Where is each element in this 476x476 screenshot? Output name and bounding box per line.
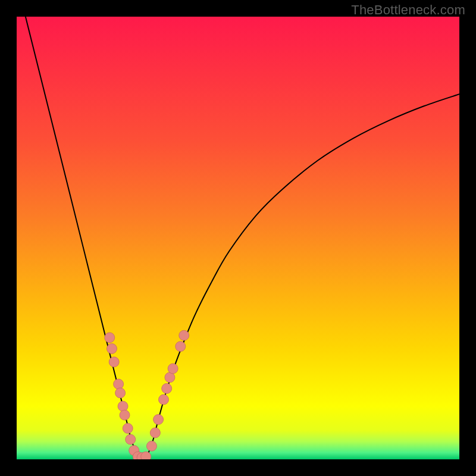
data-marker [118,401,128,411]
data-marker [141,452,151,459]
data-marker [105,333,115,343]
data-marker [179,330,189,340]
data-marker [114,379,124,389]
data-marker [159,394,169,405]
data-marker [150,428,160,438]
plot-svg [17,17,459,459]
data-marker [115,388,126,398]
data-marker [120,410,130,420]
data-marker [154,415,164,425]
watermark-text: TheBottleneck.com [351,2,465,18]
data-marker [176,342,186,352]
data-marker [146,441,156,451]
data-marker [168,364,178,374]
data-marker [126,434,136,444]
data-marker [123,423,133,433]
bottleneck-curve-plot [17,17,459,459]
chart-container: TheBottleneck.com [0,0,476,476]
data-marker [107,344,117,354]
data-marker [165,372,175,383]
data-marker [109,357,119,367]
data-marker [162,383,172,393]
